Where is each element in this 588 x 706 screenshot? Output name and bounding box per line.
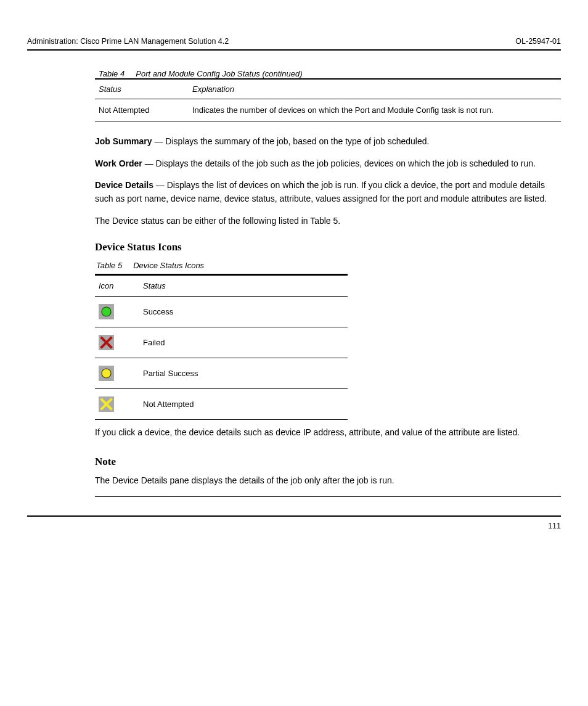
- para-lead-in: The Device status can be either of the f…: [95, 215, 561, 228]
- status-not-attempted-icon: [99, 396, 114, 412]
- para-job-summary: Job Summary — Displays the summary of th…: [95, 135, 561, 149]
- table4-caption: Port and Module Config Job Status (conti…: [136, 69, 302, 78]
- table-row: Partial Success: [95, 358, 348, 389]
- table5-row2-status: Partial Success: [139, 358, 348, 389]
- table4-col-status: Status: [95, 79, 189, 99]
- status-failed-icon: [99, 335, 114, 350]
- table4-row-explanation: Indicates the number of devices on which…: [189, 99, 561, 121]
- table5-caption-prefix: Table 5: [96, 261, 122, 270]
- status-partial-success-icon: [99, 366, 114, 381]
- svg-point-1: [102, 369, 111, 378]
- table4-row-status: Not Attempted: [95, 99, 189, 121]
- page-header: Administration: Cisco Prime LAN Manageme…: [27, 37, 561, 51]
- table4-container: Table 4 Port and Module Config Job Statu…: [95, 69, 561, 121]
- table4: Table 4 Port and Module Config Job Statu…: [95, 69, 561, 121]
- para-device-details: Device Details — Displays the list of de…: [95, 179, 561, 205]
- table5-row1-status: Failed: [139, 327, 348, 358]
- table5-row3-status: Not Attempted: [139, 389, 348, 420]
- page-footer: 111: [27, 515, 561, 530]
- label-job-summary: Job Summary: [95, 136, 152, 146]
- text-lead-in: The Device status can be either of the f…: [95, 216, 340, 226]
- table-row: Success: [95, 297, 348, 327]
- table5-col-status: Status: [139, 275, 348, 297]
- svg-point-0: [102, 307, 111, 316]
- label-device-details: Device Details: [95, 180, 153, 190]
- table5-caption: Device Status Icons: [133, 261, 204, 270]
- table-row: Failed: [95, 327, 348, 358]
- table5-col-icon: Icon: [95, 275, 139, 297]
- text-work-order: — Displays the details of the job such a…: [142, 158, 536, 168]
- para-post-table: If you click a device, the device detail…: [95, 426, 561, 440]
- table-row: Not Attempted Indicates the number of de…: [95, 99, 561, 121]
- table4-caption-prefix: Table 4: [99, 69, 125, 78]
- label-work-order: Work Order: [95, 158, 142, 168]
- footer-right: 111: [548, 522, 561, 530]
- note-heading: Note: [95, 456, 561, 468]
- note-body: The Device Details pane displays the det…: [95, 474, 561, 497]
- text-job-summary: — Displays the summary of the job, based…: [152, 136, 430, 146]
- table5-container: Table 5 Device Status Icons Icon Status: [95, 261, 561, 420]
- table5: Icon Status Success: [95, 274, 348, 420]
- header-left: Administration: Cisco Prime LAN Manageme…: [27, 37, 229, 46]
- table5-row0-status: Success: [139, 297, 348, 327]
- section-heading-device-status-icons: Device Status Icons: [95, 241, 561, 253]
- status-success-icon: [99, 304, 114, 319]
- table-row: Not Attempted: [95, 389, 348, 420]
- table4-col-explanation: Explanation: [189, 79, 561, 99]
- header-right: OL-25947-01: [515, 37, 561, 46]
- text-device-details: — Displays the list of devices on which …: [95, 180, 547, 203]
- para-work-order: Work Order — Displays the details of the…: [95, 157, 561, 171]
